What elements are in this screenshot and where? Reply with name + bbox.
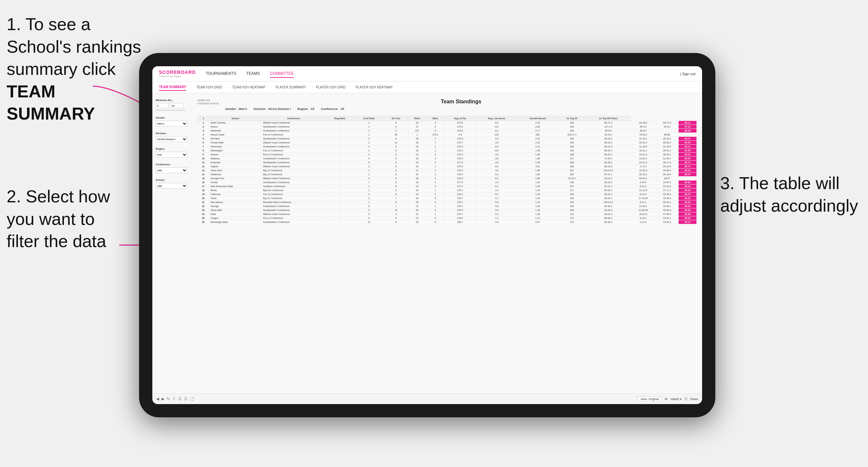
table-cell: 1.21 (518, 216, 558, 220)
clock-icon[interactable]: 🕐 (190, 397, 195, 401)
table-row[interactable]: 13Texas TechBig 12 Conference-19272276.0… (198, 168, 697, 173)
table-cell: -2.0 (475, 208, 517, 212)
table-cell: Big 12 Conference (261, 196, 326, 200)
table-cell: 262 (558, 121, 586, 125)
table-cell: 24 (408, 173, 426, 177)
filter-gender: Gender Men's (156, 116, 188, 126)
table-cell: 23 (408, 220, 426, 224)
share-btn[interactable]: Share (690, 398, 698, 401)
table-cell: 1 (426, 188, 444, 192)
table-cell: 3 (426, 157, 444, 161)
nav-committee[interactable]: COMMITTEE (270, 70, 294, 78)
division-select[interactable]: NCAA Division I (156, 136, 187, 142)
sub-nav-team-h2h-heatmap[interactable]: TEAM H2H HEATMAP (232, 84, 266, 90)
table-row[interactable]: 18IllinoisBig Ten Conference-19231279.1-… (198, 188, 697, 192)
watch-btn[interactable]: Watch ▾ (671, 398, 682, 401)
table-cell: -3.6 (475, 157, 517, 161)
table-cell: 23 (408, 153, 426, 157)
table-row[interactable]: 12VirginiaAtlantic Coast Conference-3824… (198, 165, 697, 168)
sub-nav-player-h2h-grid[interactable]: PLAYER H2H GRID (316, 84, 345, 90)
nav-teams[interactable]: TEAMS (246, 70, 260, 78)
table-cell: 6 (384, 137, 408, 141)
sub-nav-player-summary[interactable]: PLAYER SUMMARY (276, 84, 306, 90)
table-row[interactable]: 24DukeAtlantic Coast Conference-59271279… (198, 212, 697, 216)
instruction-3: 3. The table will adjust accordingly (720, 172, 858, 217)
refresh-icon[interactable]: ↻ (167, 397, 170, 401)
sign-out[interactable]: | Sign out (680, 72, 695, 76)
sub-nav-team-h2h-grid[interactable]: TEAM H2H GRID (196, 84, 222, 90)
table-cell: -1.8 (475, 220, 517, 224)
table-title: Team Standings (225, 99, 697, 105)
sub-nav-player-h2h-heatmap[interactable]: PLAYER H2H HEATMAP (355, 84, 393, 90)
table-row[interactable]: 21New MexicoMountain West Conference-191… (198, 200, 697, 204)
back-icon[interactable]: ◀ (156, 397, 159, 401)
table-row[interactable]: 10AlabamaSoutheastern Conference-5823327… (198, 157, 697, 161)
table-row[interactable]: 16FloridaSoutheastern Conference-7924427… (198, 181, 697, 185)
table-cell: 30-4-0 (630, 125, 656, 129)
view-original-btn[interactable]: View: Original (638, 397, 662, 402)
conference-select[interactable]: (All) (156, 167, 187, 173)
table-cell: 80.38 (679, 216, 697, 220)
table-cell: 27 (408, 168, 426, 173)
table-row[interactable]: 3VanderbiltSoutheastern Conference-25271… (198, 129, 697, 133)
table-row[interactable]: 26Mississippi StateSoutheastern Conferen… (198, 220, 697, 224)
table-cell: -4.0 (444, 133, 475, 137)
table-cell: 21 (408, 216, 426, 220)
table-cell: 80.54 (679, 204, 697, 208)
region-select[interactable]: N/A (156, 152, 187, 158)
table-cell: 8 (384, 165, 408, 168)
table-cell: 273.6 (444, 125, 475, 129)
min-rank-to[interactable] (170, 103, 183, 108)
forward-icon[interactable]: ▶ (162, 397, 164, 401)
table-cell: 276.9 (444, 145, 475, 149)
col-avg-low: Avg. Low Score (475, 116, 517, 121)
table-cell: 12-14-1 (630, 137, 656, 141)
sub-nav-team-summary[interactable]: TEAM SUMMARY (159, 84, 186, 91)
table-cell: 209 (558, 173, 586, 177)
table-cell: 7 (384, 204, 408, 208)
table-cell: 6 (426, 200, 444, 204)
table-cell: -0.4 (475, 212, 517, 216)
gender-select[interactable]: Men's (156, 121, 187, 126)
school-select[interactable]: (All) (156, 183, 187, 189)
table-row[interactable]: 19CaliforniaPac-12 Conference-48242278.2… (198, 192, 697, 196)
table-cell: 2 (426, 173, 444, 177)
table-cell: 86-25-1 (586, 153, 630, 157)
table-cell: 1.86 (518, 157, 558, 161)
table-row[interactable]: 6Florida StateAtlantic Coast Conference-… (198, 141, 697, 145)
table-row[interactable]: 4Arizona StatePac-12 Conference-1261274.… (198, 133, 697, 137)
table-row[interactable]: 14OklahomaBig 12 Conference-28242276.9-5… (198, 173, 697, 177)
table-cell: 95-29-2 (586, 141, 630, 145)
table-row[interactable]: 23Texas A&MSoutheastern Conference-91030… (198, 208, 697, 212)
table-row[interactable]: 7TennesseeSoutheastern Conference-481822… (198, 145, 697, 149)
table-row[interactable]: 2AuburnSoutheastern Conference-19276273.… (198, 125, 697, 129)
share-icon-bottom[interactable]: ⇧ (173, 397, 176, 401)
table-row[interactable]: 17East Tennessee StateSouthern Conferenc… (198, 185, 697, 188)
table-row[interactable]: 5Ole MissSoutheastern Conference-3618127… (198, 137, 697, 141)
min-rank-from[interactable] (156, 103, 169, 108)
copy-icon[interactable]: ☷ (184, 397, 187, 401)
table-cell: 279.2 (444, 204, 475, 208)
table-cell: Texas Tech (209, 168, 261, 173)
nav-tournaments[interactable]: TOURNAMENTS (206, 70, 236, 78)
table-row[interactable]: 11ArkansasSoutheastern Conference-682422… (198, 161, 697, 165)
table-cell: 24 (408, 181, 426, 185)
table-cell: - (326, 212, 354, 216)
table-row[interactable]: 1North CarolinaAtlantic Coast Conference… (198, 121, 697, 125)
table-cell: 9 (384, 188, 408, 192)
layout-icon[interactable]: ☷ (684, 397, 687, 401)
table-row[interactable]: 22GeorgiaSoutheastern Conference-8721127… (198, 204, 697, 208)
table-cell: Southeastern Conference (261, 145, 326, 149)
table-row[interactable]: 8WashingtonPac-12 Conference-28231276.3-… (198, 149, 697, 153)
rank-slider[interactable] (156, 110, 185, 111)
table-row[interactable]: 15Georgia TechAtlantic Coast Conference-… (198, 177, 697, 181)
eye-icon[interactable]: 👁 (664, 397, 668, 401)
bookmark-icon[interactable]: ☷ (178, 397, 182, 401)
table-cell: 8 (384, 220, 408, 224)
table-row[interactable]: 25OregonPac-12 Conference-59210278.5-1.1… (198, 216, 697, 220)
table-cell: 2.77 (518, 129, 558, 133)
table-area: Update time:27/03/2024 16:56:26 Team Sta… (192, 93, 702, 394)
table-row[interactable]: 9ArizonaPac-12 Conference-28234276.3-4.6… (198, 153, 697, 157)
table-row[interactable]: 20TexasBig 12 Conference-37208278.7-0.71… (198, 196, 697, 200)
table-cell: Southeastern Conference (261, 161, 326, 165)
